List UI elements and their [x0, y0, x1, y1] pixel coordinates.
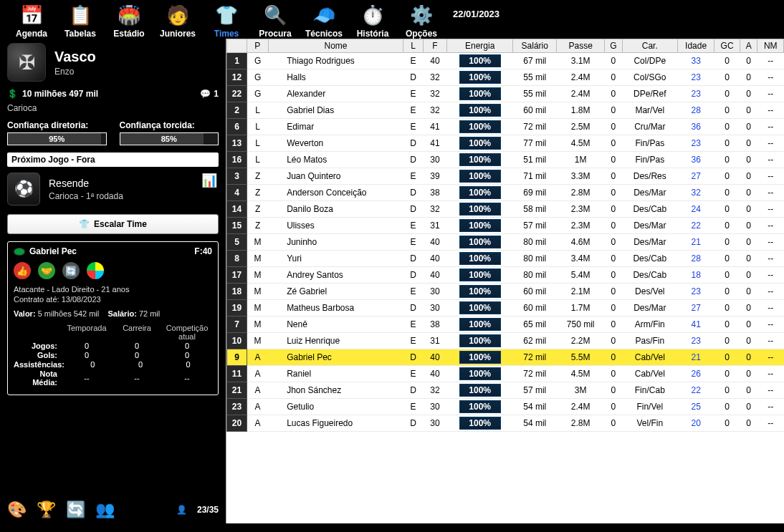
match-report-icon[interactable]: 📊	[201, 173, 217, 188]
form: 30	[423, 152, 446, 168]
col-header[interactable]: G	[605, 39, 623, 53]
trophy-icon[interactable]: 🏆	[37, 500, 56, 519]
messages-button[interactable]: 💬 1	[200, 89, 219, 99]
stat-value: 0	[62, 351, 112, 359]
energy: 100%	[447, 135, 513, 152]
assists: 0	[740, 415, 757, 432]
traits: Arm/Fin	[622, 316, 677, 333]
table-row[interactable]: 21AJhon SánchezD32100%57 mil3M0Fin/Cab22…	[227, 382, 784, 399]
col-header[interactable]: L	[403, 39, 423, 53]
table-row[interactable]: 7MNenêE38100%65 mil750 mil0Arm/Fin4100--	[227, 316, 784, 333]
form: 30	[423, 284, 446, 300]
lineup-button[interactable]: 👕 Escalar Time	[7, 214, 219, 234]
player-name-cell: Edimar	[268, 119, 403, 135]
nav-procura[interactable]: 🔍 Procura	[251, 1, 300, 39]
col-header[interactable]: Passe	[557, 39, 605, 53]
energy: 100%	[447, 119, 513, 135]
goals: 0	[605, 333, 623, 349]
table-row[interactable]: 8MYuriD40100%80 mil3.4M0Des/Cab2800--	[227, 251, 784, 267]
side: D	[403, 201, 423, 218]
side: D	[403, 349, 423, 366]
age: 25	[677, 399, 714, 415]
thumbs-up-icon[interactable]: 👍	[14, 262, 31, 279]
next-match-panel[interactable]: ⚽ Resende Carioca - 1ª rodada 📊	[7, 173, 219, 205]
table-row[interactable]: 20ALucas FigueiredoD30100%54 mil2.8M0Vel…	[227, 415, 784, 432]
table-row[interactable]: 12GHallsD32100%55 mil2.4M0Col/SGo2300--	[227, 69, 784, 86]
nav-label: Tabelas	[64, 29, 96, 39]
position: M	[247, 267, 269, 284]
col-header[interactable]: GC	[714, 39, 740, 53]
age: 36	[677, 152, 714, 168]
col-header[interactable]	[227, 39, 247, 53]
compare-icon[interactable]	[87, 262, 104, 279]
goals: 0	[605, 267, 623, 284]
nav-juniores[interactable]: 🧑 Juniores	[153, 1, 202, 39]
nav-tabelas[interactable]: 📋 Tabelas	[56, 1, 105, 39]
form: 40	[423, 251, 446, 267]
table-row[interactable]: 5MJuninhoE40100%80 mil4.6M0Des/Mar2100--	[227, 234, 784, 251]
traits: Mar/Vel	[622, 102, 677, 119]
position: A	[247, 382, 269, 399]
col-header[interactable]: Idade	[677, 39, 714, 53]
col-header[interactable]: F	[423, 39, 446, 53]
transfer-value: 2.1M	[557, 284, 605, 300]
col-header[interactable]: Nome	[268, 39, 403, 53]
table-row[interactable]: 2LGabriel DiasE32100%60 mil1.8M0Mar/Vel2…	[227, 102, 784, 119]
color-wheel-icon[interactable]: 🎨	[7, 500, 27, 519]
table-row[interactable]: 13LWevertonD41100%77 mil4.5M0Fin/Pas2300…	[227, 135, 784, 152]
side: E	[403, 86, 423, 102]
nav-história[interactable]: ⏱️ História	[348, 1, 397, 39]
table-row[interactable]: 4ZAnderson ConceiçãoD38100%69 mil2.8M0De…	[227, 185, 784, 201]
table-row[interactable]: 23AGetulioE30100%54 mil2.4M0Fin/Vel2500-…	[227, 399, 784, 415]
col-header[interactable]: Car.	[622, 39, 677, 53]
side: D	[403, 267, 423, 284]
table-row[interactable]: 3ZJuan QuinteroE39100%71 mil3.3M0Des/Res…	[227, 168, 784, 185]
own-goals: 0	[714, 218, 740, 234]
stat-col-header: Temporada	[62, 324, 112, 341]
form: 40	[423, 53, 446, 69]
form: 31	[423, 218, 446, 234]
swap-icon[interactable]: 🔄	[62, 262, 80, 279]
nav-times[interactable]: 👕 Times	[202, 1, 251, 39]
shirt-number: 19	[227, 300, 247, 316]
league-name: Carioca	[7, 103, 219, 113]
table-row[interactable]: 22GAlexanderE32100%55 mil2.4M0DPe/Ref230…	[227, 86, 784, 102]
col-header[interactable]: NM	[757, 39, 784, 53]
table-row[interactable]: 15ZUlissesE31100%57 mil2.3M0Des/Mar2200-…	[227, 218, 784, 234]
avg-rating: --	[757, 251, 784, 267]
nav-agenda[interactable]: 📅 Agenda	[7, 1, 56, 39]
side: E	[403, 53, 423, 69]
staff-icon[interactable]: 👥	[95, 500, 115, 519]
nav-estádio[interactable]: 🏟️ Estádio	[105, 1, 153, 39]
own-goals: 0	[714, 284, 740, 300]
own-goals: 0	[714, 86, 740, 102]
avg-rating: --	[757, 316, 784, 333]
nav-técnicos[interactable]: 🧢 Técnicos	[300, 1, 348, 39]
table-row[interactable]: 17MAndrey SantosD40100%80 mil5.4M0Des/Ca…	[227, 267, 784, 284]
table-row[interactable]: 11ARanielE40100%72 mil4.5M0Cab/Vel2600--	[227, 366, 784, 382]
squad-table[interactable]: PNomeLFEnergiaSalárioPasseGCar.IdadeGCAN…	[226, 39, 784, 432]
table-row[interactable]: 19MMatheus BarbosaD30100%60 mil1.7M0Des/…	[227, 300, 784, 316]
table-row[interactable]: 10MLuiz HenriqueE31100%62 mil2.2M0Pas/Fi…	[227, 333, 784, 349]
stat-value: --	[112, 374, 162, 382]
table-row[interactable]: 1GThiago RodriguesE40100%67 mil3.1M0Col/…	[227, 53, 784, 69]
age: 26	[677, 366, 714, 382]
transfer-value: 2.8M	[557, 415, 605, 432]
table-row[interactable]: 14ZDanilo BozaD32100%58 mil2.3M0Des/Cab2…	[227, 201, 784, 218]
col-header[interactable]: Salário	[513, 39, 557, 53]
col-header[interactable]: P	[247, 39, 269, 53]
handshake-icon[interactable]: 🤝	[38, 262, 55, 279]
table-row[interactable]: 9AGabriel PecD40100%72 mil5.5M0Cab/Vel21…	[227, 349, 784, 366]
col-header[interactable]: A	[740, 39, 757, 53]
nav-opções[interactable]: ⚙️ Opções	[397, 1, 446, 39]
current-date: 22/01/2023	[453, 1, 499, 19]
table-row[interactable]: 18MZé GabrielE30100%60 mil2.1M0Des/Vel23…	[227, 284, 784, 300]
table-row[interactable]: 6LEdimarE41100%72 mil2.5M0Cru/Mar3600--	[227, 119, 784, 135]
goals: 0	[605, 382, 623, 399]
transfer-icon[interactable]: 🔄	[66, 500, 85, 519]
salary-amount: 72 mil	[139, 309, 160, 318]
col-header[interactable]: Energia	[447, 39, 513, 53]
table-row[interactable]: 16LLéo MatosD30100%51 mil1M0Fin/Pas3600-…	[227, 152, 784, 168]
stat-row: Assistências:000	[14, 360, 212, 369]
salary: 80 mil	[513, 234, 557, 251]
